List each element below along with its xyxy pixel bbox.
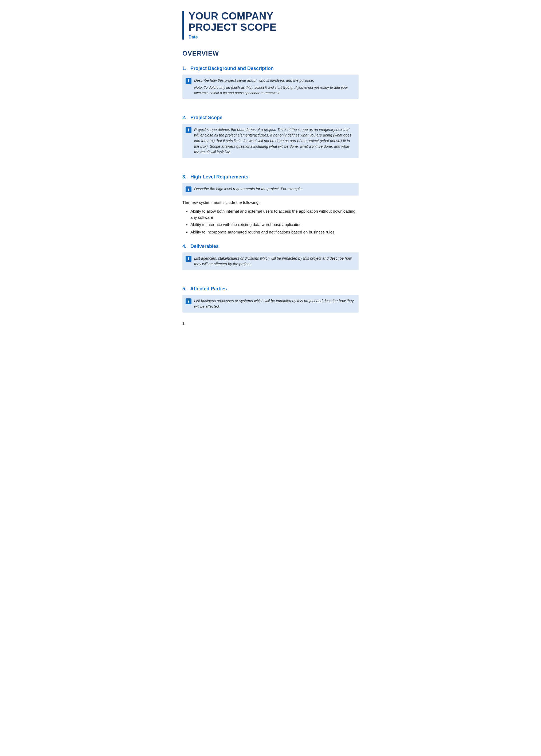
section-1-tip-content: Describe how this project came about, wh… [194, 78, 354, 96]
section-2-tip-box: i Project scope defines the boundaries o… [182, 124, 359, 158]
section-3-title: High-Level Requirements [191, 174, 248, 180]
section-5-tip-text: List business processes or systems which… [194, 298, 354, 309]
main-title: YOUR COMPANY PROJECT SCOPE [189, 11, 359, 33]
section-5-title: Affected Parties [190, 286, 227, 292]
section-2-heading: 2. Project Scope [182, 115, 359, 121]
page: YOUR COMPANY PROJECT SCOPE Date OVERVIEW… [166, 0, 375, 331]
section-4-number: 4. [182, 244, 187, 249]
title-line1: YOUR COMPANY [189, 10, 273, 22]
info-icon-4: i [186, 256, 192, 262]
section-5-heading: 5. Affected Parties [182, 286, 359, 292]
page-number: 1 [182, 321, 185, 326]
section-1-tip-text: Describe how this project came about, wh… [194, 78, 354, 83]
info-icon-2: i [186, 127, 192, 133]
section-4-title: Deliverables [191, 244, 219, 249]
section-1: 1. Project Background and Description i … [182, 66, 359, 99]
section-1-heading: 1. Project Background and Description [182, 66, 359, 71]
section-4-heading: 4. Deliverables [182, 244, 359, 249]
overview-heading: OVERVIEW [182, 50, 359, 57]
info-icon-5: i [186, 299, 192, 304]
section-3-number: 3. [182, 174, 187, 180]
section-3-tip-text: Describe the high level requirements for… [194, 186, 302, 192]
section-2-title: Project Scope [191, 115, 223, 120]
section-4: 4. Deliverables i List agencies, stakeho… [182, 244, 359, 270]
section-3-heading: 3. High-Level Requirements [182, 174, 359, 180]
section-1-number: 1. [182, 66, 187, 71]
section-1-tip-note: Note: To delete any tip (such as this), … [194, 85, 354, 96]
section-2-tip-text: Project scope defines the boundaries of … [194, 127, 354, 155]
section-1-title: Project Background and Description [191, 66, 274, 71]
section-3-bullets: Ability to allow both internal and exter… [191, 208, 359, 235]
section-5-tip-box: i List business processes or systems whi… [182, 295, 359, 313]
section-4-tip-text: List agencies, stakeholders or divisions… [194, 256, 354, 267]
section-4-tip-box: i List agencies, stakeholders or divisio… [182, 253, 359, 270]
bullet-2: Ability to interface with the existing d… [191, 222, 359, 228]
section-5-number: 5. [182, 286, 187, 292]
info-icon-1: i [186, 78, 192, 84]
bullet-1: Ability to allow both internal and exter… [191, 208, 359, 220]
overview-section: OVERVIEW 1. Project Background and Descr… [182, 50, 359, 313]
date-label: Date [189, 35, 359, 40]
section-5: 5. Affected Parties i List business proc… [182, 286, 359, 313]
section-2-number: 2. [182, 115, 187, 120]
section-2: 2. Project Scope i Project scope defines… [182, 115, 359, 158]
section-3-tip-box: i Describe the high level requirements f… [182, 183, 359, 196]
section-1-tip-box: i Describe how this project came about, … [182, 75, 359, 99]
section-3: 3. High-Level Requirements i Describe th… [182, 174, 359, 235]
bullet-3: Ability to incorporate automated routing… [191, 229, 359, 235]
section-3-body: The new system must include the followin… [182, 199, 359, 206]
title-line2: PROJECT SCOPE [189, 22, 276, 33]
info-icon-3: i [186, 187, 192, 192]
header-block: YOUR COMPANY PROJECT SCOPE Date [182, 11, 359, 40]
